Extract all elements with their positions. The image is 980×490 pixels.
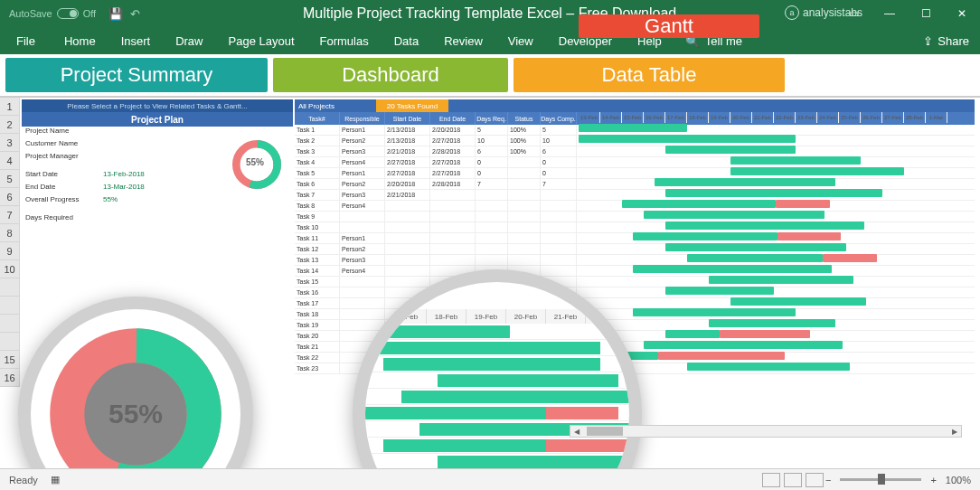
tab-data[interactable]: Data <box>382 27 431 54</box>
zoom-gantt-bar <box>365 407 546 419</box>
end-date-value: 13-Mar-2018 <box>103 183 184 195</box>
row-header[interactable]: 16 <box>0 369 20 387</box>
gantt-date: 13-Feb <box>579 112 600 123</box>
gantt-bar <box>644 211 825 219</box>
column-header[interactable]: End Date <box>430 112 476 125</box>
tab-draw[interactable]: Draw <box>163 27 215 54</box>
tab-review[interactable]: Review <box>431 27 495 54</box>
gantt-bar <box>777 232 841 240</box>
column-header[interactable]: Days Req. <box>476 112 508 125</box>
gantt-row <box>579 351 973 362</box>
dashboard-button[interactable]: Dashboard <box>273 58 508 92</box>
start-date-value: 13-Feb-2018 <box>103 170 184 183</box>
tab-formulas[interactable]: Formulas <box>307 27 382 54</box>
maximize-icon[interactable]: ☐ <box>908 0 944 27</box>
zoom-date: 20-Feb <box>506 309 546 324</box>
project-summary-button[interactable]: Project Summary <box>5 58 268 92</box>
brand-icon: a <box>785 5 799 20</box>
row-header[interactable]: 4 <box>0 152 20 170</box>
undo-icon[interactable]: ↶ <box>127 7 144 21</box>
row-header[interactable]: 1 <box>0 98 20 116</box>
row-header[interactable] <box>0 333 20 351</box>
zoom-in-icon[interactable]: + <box>930 475 936 485</box>
page-layout-view-icon[interactable] <box>784 473 802 487</box>
gantt-bar <box>665 221 864 230</box>
zoom-control[interactable]: − + 100% <box>825 475 971 485</box>
gantt-row <box>579 340 973 351</box>
gantt-row <box>579 231 973 242</box>
project-name-label: Project Name <box>22 127 103 139</box>
gantt-date: 17-Feb <box>665 112 687 123</box>
customer-name-label: Customer Name <box>22 139 103 152</box>
macro-record-icon[interactable]: ▦ <box>51 474 60 485</box>
gantt-bar <box>730 156 861 165</box>
tab-view[interactable]: View <box>495 27 546 54</box>
gantt-bar <box>665 330 720 338</box>
scroll-right-icon[interactable]: ▶ <box>948 428 961 436</box>
project-plan-panel: Please Select a Project to View Related … <box>22 99 293 226</box>
data-table-button[interactable]: Data Table <box>514 58 785 92</box>
toggle-icon <box>57 8 79 19</box>
tab-insert[interactable]: Insert <box>108 27 164 54</box>
close-icon[interactable]: ✕ <box>944 0 980 27</box>
row-header[interactable]: 3 <box>0 134 20 152</box>
row-header[interactable] <box>0 278 20 297</box>
mini-donut-pct: 55% <box>246 157 264 167</box>
gantt-date: 1-Mar <box>926 112 947 123</box>
save-icon[interactable]: 💾 <box>105 7 127 21</box>
autosave-toggle[interactable]: AutoSave Off <box>0 8 105 19</box>
normal-view-icon[interactable] <box>762 473 780 487</box>
minimize-icon[interactable]: — <box>872 0 908 27</box>
scroll-left-icon[interactable]: ◀ <box>570 428 583 436</box>
project-manager-label: Project Manager <box>22 152 103 165</box>
row-header[interactable]: 7 <box>0 206 20 224</box>
column-header[interactable]: Start Date <box>385 112 430 125</box>
gantt-bar <box>579 124 687 132</box>
gantt-row <box>579 264 973 275</box>
gantt-bar <box>633 265 832 273</box>
gantt-row <box>579 210 973 221</box>
gantt-row <box>579 297 973 307</box>
tab-file[interactable]: File <box>0 27 52 54</box>
gantt-row <box>579 134 973 145</box>
gantt-bar <box>709 276 853 284</box>
share-button[interactable]: ⇪ Share <box>912 34 980 48</box>
row-header[interactable]: 8 <box>0 224 20 242</box>
page-break-view-icon[interactable] <box>806 473 824 487</box>
horizontal-scrollbar[interactable]: ◀ ▶ <box>570 425 962 438</box>
row-header[interactable]: 10 <box>0 260 20 278</box>
column-header[interactable]: Task# <box>295 112 340 125</box>
gantt-button[interactable]: Gantt <box>579 14 759 38</box>
tab-page-layout[interactable]: Page Layout <box>216 27 307 54</box>
column-header[interactable]: Status <box>508 112 541 125</box>
gantt-row <box>579 242 973 253</box>
gantt-date: 27-Feb <box>882 112 904 123</box>
zoom-gantt-bar <box>438 456 636 468</box>
zoom-gantt-bar <box>383 439 546 452</box>
row-header[interactable]: 5 <box>0 170 20 188</box>
column-header[interactable]: Days Comp. <box>541 112 577 125</box>
row-header[interactable]: 2 <box>0 116 20 134</box>
gantt-bar <box>665 189 882 197</box>
row-header[interactable]: 6 <box>0 188 20 206</box>
row-headers: 123456789101516 <box>0 98 20 387</box>
row-header[interactable] <box>0 297 20 315</box>
gantt-bar <box>658 352 785 360</box>
gantt-date: 22-Feb <box>774 112 796 123</box>
zoom-date: 18-Feb <box>427 309 466 324</box>
gantt-bar <box>687 363 850 371</box>
overall-progress-label: Overall Progress <box>22 195 103 208</box>
row-header[interactable] <box>0 315 20 333</box>
days-required-label: Days Required <box>22 213 103 226</box>
row-header[interactable]: 15 <box>0 351 20 369</box>
scroll-thumb[interactable] <box>587 427 623 436</box>
zoom-out-icon[interactable]: − <box>825 475 831 485</box>
zoom-gantt-row <box>353 356 642 372</box>
zoom-slider[interactable] <box>840 478 921 481</box>
row-header[interactable]: 9 <box>0 242 20 260</box>
gantt-row <box>579 307 973 318</box>
autosave-label: AutoSave <box>9 8 52 19</box>
start-date-label: Start Date <box>22 170 103 183</box>
column-header[interactable]: Responsible <box>340 112 385 125</box>
tab-home[interactable]: Home <box>52 27 108 54</box>
